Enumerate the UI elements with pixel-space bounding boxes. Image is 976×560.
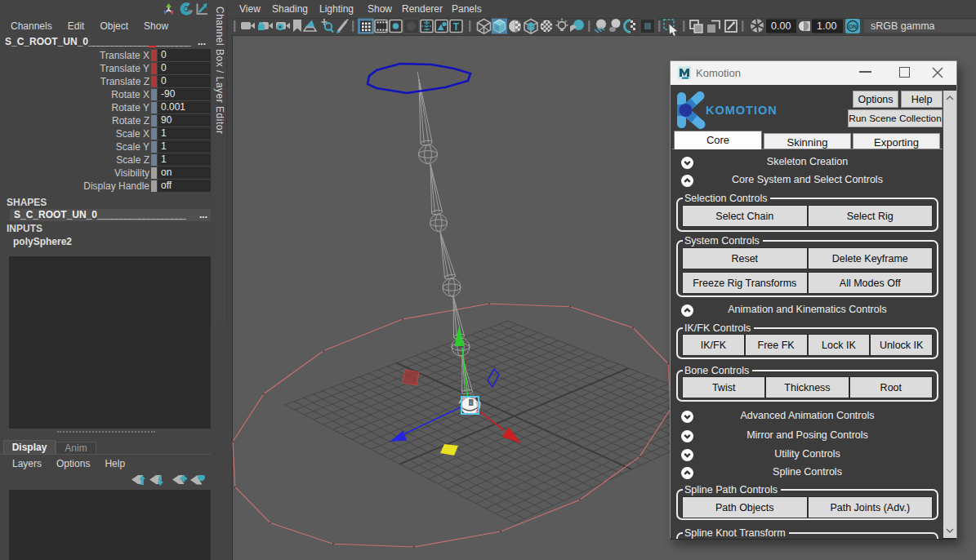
svg-text:1.00: 1.00 (817, 20, 836, 32)
svg-text:sRGB gamma: sRGB gamma (871, 20, 935, 32)
svg-text:T: T (453, 21, 460, 33)
svg-text:0.00: 0.00 (771, 20, 791, 32)
svg-text:ON: ON (849, 24, 857, 29)
